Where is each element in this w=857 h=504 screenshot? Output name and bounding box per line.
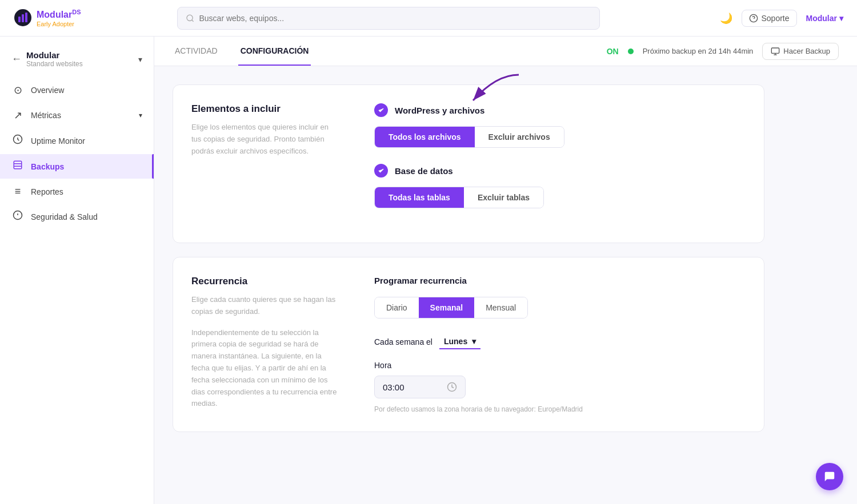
recurrence-right: Programar recurrencia Diario Semanal Men…	[374, 276, 746, 413]
wordpress-container: WordPress y archivos	[374, 103, 484, 126]
sidebar-item-label: Backups	[31, 162, 64, 171]
user-label: Modular	[806, 14, 837, 23]
backup-info: Próximo backup en 2d 14h 44min	[643, 47, 754, 55]
hora-value: 03:00	[383, 382, 405, 392]
sidebar-item-label: Seguridad & Salud	[31, 212, 98, 221]
uptime-icon	[11, 134, 24, 147]
hacer-backup-label: Hacer Backup	[783, 47, 830, 55]
chat-button[interactable]	[816, 463, 843, 490]
mensual-button[interactable]: Mensual	[474, 297, 527, 318]
search-icon	[186, 14, 194, 23]
sidebar-brand-section[interactable]: ← Modular Standard websites ▾	[0, 46, 154, 77]
sidebar-item-label: Reportes	[31, 187, 63, 196]
metricas-icon: ↗	[11, 109, 24, 122]
recurrence-section: Recurrencia Elige cada cuanto quieres qu…	[173, 257, 764, 432]
svg-line-5	[192, 19, 194, 21]
layout: ← Modular Standard websites ▾ ⊙ Overview…	[0, 37, 857, 504]
programar-title: Programar recurrencia	[374, 276, 746, 285]
svg-point-4	[187, 15, 193, 21]
seguridad-icon	[11, 210, 24, 223]
header: ModularDS Early Adopter 🌙 Soporte Modula…	[0, 0, 857, 37]
database-check-circle	[374, 164, 388, 178]
diario-button[interactable]: Diario	[375, 297, 419, 318]
sidebar-item-seguridad[interactable]: Seguridad & Salud	[0, 204, 154, 229]
recurrence-left: Recurrencia Elige cada cuanto quieres qu…	[191, 276, 340, 413]
chat-icon	[823, 470, 836, 483]
frequency-group: Diario Semanal Mensual	[374, 297, 528, 318]
logo-icon	[14, 9, 32, 27]
search-input[interactable]	[199, 14, 591, 23]
search-bar[interactable]	[177, 7, 600, 30]
moon-icon[interactable]: 🌙	[720, 12, 732, 25]
sidebar-item-label: Uptime Monitor	[31, 136, 85, 146]
recurrence-note: Independientemente de tu selección la pr…	[191, 327, 340, 410]
dia-select[interactable]: Lunes ▾	[439, 334, 480, 349]
status-dot	[628, 49, 634, 54]
backup-icon	[771, 47, 780, 56]
support-icon	[749, 14, 758, 23]
sidebar-brand-sub: Standard websites	[26, 60, 134, 68]
main-content: ACTIVIDAD CONFIGURACIÓN ON Próximo backu…	[154, 37, 857, 504]
sidebar-item-uptime[interactable]: Uptime Monitor	[0, 128, 154, 153]
chevron-down-icon: ▾	[472, 337, 476, 346]
tab-actividad[interactable]: ACTIVIDAD	[173, 37, 220, 66]
reportes-icon: ≡	[11, 186, 24, 197]
hora-label: Hora	[374, 361, 746, 370]
elements-layout: Elementos a incluir Elige los elementos …	[191, 103, 746, 224]
todos-archivos-button[interactable]: Todos los archivos	[375, 127, 475, 147]
elements-desc: Elige los elementos que quieres incluir …	[191, 122, 340, 157]
logo-brand: ModularDS	[37, 9, 81, 20]
sidebar-chevron-icon: ▾	[138, 55, 142, 64]
database-check-item: Base de datos	[374, 164, 746, 178]
dia-field-row: Cada semana el Lunes ▾	[374, 334, 746, 349]
hora-input[interactable]: 03:00	[374, 376, 466, 398]
wordpress-check-circle	[374, 103, 388, 117]
recurrence-layout: Recurrencia Elige cada cuanto quieres qu…	[191, 276, 746, 413]
tab-bar-right: ON Próximo backup en 2d 14h 44min Hacer …	[607, 43, 839, 60]
wordpress-btn-group: Todos los archivos Excluir archivos	[374, 126, 564, 148]
backups-icon	[11, 160, 24, 173]
todas-tablas-button[interactable]: Todas las tablas	[375, 187, 464, 208]
sidebar-brand-info: Modular Standard websites	[26, 50, 134, 68]
sidebar: ← Modular Standard websites ▾ ⊙ Overview…	[0, 37, 154, 504]
sidebar-brand-name: Modular	[26, 50, 134, 60]
sidebar-item-label: Overview	[31, 86, 64, 95]
modular-dropdown[interactable]: Modular ▾	[806, 14, 843, 23]
hacer-backup-button[interactable]: Hacer Backup	[762, 43, 839, 60]
database-label: Base de datos	[395, 166, 453, 176]
semanal-button[interactable]: Semanal	[419, 297, 475, 318]
sidebar-item-overview[interactable]: ⊙ Overview	[0, 78, 154, 102]
logo-text: ModularDS Early Adopter	[37, 9, 81, 27]
excluir-tablas-button[interactable]: Excluir tablas	[464, 187, 543, 208]
logo-sub: Early Adopter	[37, 21, 81, 27]
support-label: Soporte	[762, 14, 790, 23]
chevron-icon: ▾	[139, 111, 142, 119]
svg-rect-15	[772, 48, 779, 53]
support-button[interactable]: Soporte	[742, 10, 797, 27]
svg-rect-2	[22, 14, 24, 22]
svg-rect-1	[18, 17, 21, 22]
database-btn-group: Todas las tablas Excluir tablas	[374, 187, 544, 208]
clock-icon	[447, 382, 457, 392]
elements-left: Elementos a incluir Elige los elementos …	[191, 103, 340, 224]
sidebar-item-reportes[interactable]: ≡ Reportes	[0, 180, 154, 203]
recurrence-desc: Elige cada cuanto quieres que se hagan l…	[191, 294, 340, 318]
cada-semana-label: Cada semana el	[374, 337, 432, 346]
logo-area: ModularDS Early Adopter	[14, 9, 168, 27]
overview-icon: ⊙	[11, 84, 24, 96]
tab-configuracion[interactable]: CONFIGURACIÓN	[238, 37, 311, 66]
recurrence-title: Recurrencia	[191, 276, 340, 287]
status-on-label: ON	[607, 47, 619, 56]
tab-bar: ACTIVIDAD CONFIGURACIÓN ON Próximo backu…	[154, 37, 857, 66]
content-area: Elementos a incluir Elige los elementos …	[154, 66, 783, 464]
header-right: 🌙 Soporte Modular ▾	[720, 10, 844, 27]
sidebar-item-metricas[interactable]: ↗ Métricas ▾	[0, 103, 154, 127]
elements-title: Elementos a incluir	[191, 103, 340, 115]
arrow-annotation	[462, 72, 524, 112]
chevron-down-icon: ▾	[839, 14, 843, 23]
elements-section: Elementos a incluir Elige los elementos …	[173, 84, 764, 243]
timezone-note: Por defecto usamos la zona horaria de tu…	[374, 405, 746, 413]
excluir-archivos-button[interactable]: Excluir archivos	[475, 127, 564, 147]
sidebar-item-backups[interactable]: Backups	[0, 154, 154, 179]
svg-rect-9	[14, 161, 22, 169]
